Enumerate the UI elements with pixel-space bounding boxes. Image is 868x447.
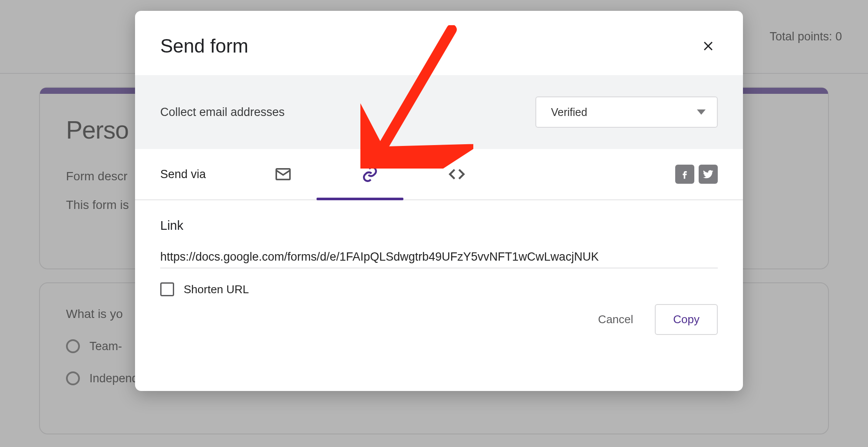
send-via-tabs: Send via bbox=[135, 149, 743, 200]
shorten-url-checkbox[interactable] bbox=[160, 282, 174, 296]
share-facebook-button[interactable] bbox=[675, 165, 694, 184]
dialog-title: Send form bbox=[160, 35, 248, 57]
link-heading: Link bbox=[160, 219, 718, 233]
share-twitter-button[interactable] bbox=[699, 165, 718, 184]
send-via-label: Send via bbox=[160, 168, 206, 181]
select-value: Verified bbox=[551, 106, 587, 119]
tab-email[interactable] bbox=[240, 149, 327, 200]
facebook-icon bbox=[679, 168, 691, 180]
chevron-down-icon bbox=[697, 109, 706, 115]
copy-button[interactable]: Copy bbox=[655, 304, 718, 335]
collect-emails-label: Collect email addresses bbox=[160, 106, 285, 119]
mail-icon bbox=[274, 165, 292, 183]
link-icon bbox=[361, 165, 379, 183]
tab-link[interactable] bbox=[327, 149, 413, 200]
embed-icon bbox=[448, 165, 466, 183]
tab-embed[interactable] bbox=[413, 149, 500, 200]
send-form-dialog: Send form Collect email addresses Verifi… bbox=[135, 11, 743, 391]
cancel-button[interactable]: Cancel bbox=[589, 305, 642, 334]
collect-emails-row: Collect email addresses Verified bbox=[135, 75, 743, 149]
collect-emails-select[interactable]: Verified bbox=[535, 96, 718, 128]
twitter-icon bbox=[702, 168, 714, 180]
shorten-url-label: Shorten URL bbox=[184, 283, 249, 296]
close-icon bbox=[701, 39, 716, 53]
active-tab-underline bbox=[317, 198, 403, 200]
link-url-field[interactable]: https://docs.google.com/forms/d/e/1FAIpQ… bbox=[160, 246, 718, 268]
close-button[interactable] bbox=[699, 36, 718, 56]
